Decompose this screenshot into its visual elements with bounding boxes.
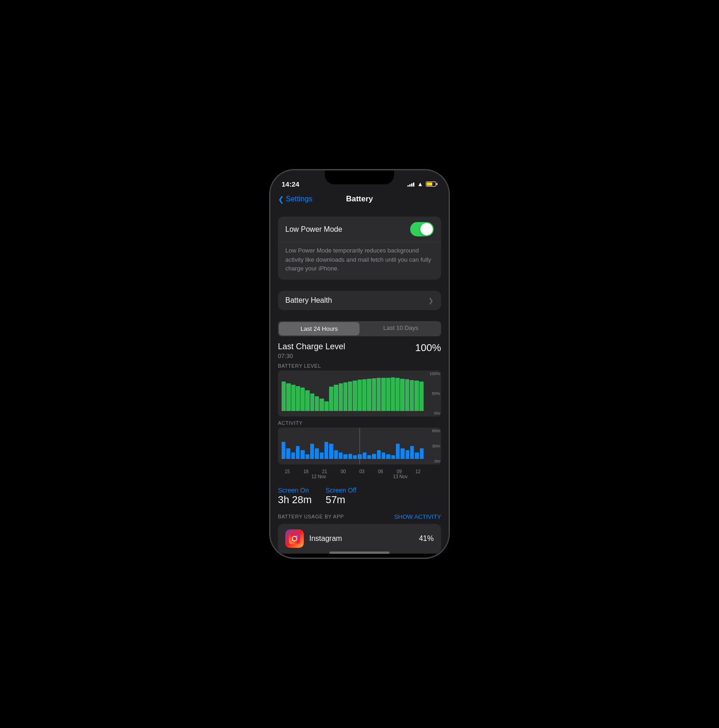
time-axis: 1518210003060912	[271, 468, 448, 474]
time-labels: 1518210003060912	[278, 469, 427, 474]
activity-bar	[282, 442, 285, 459]
battery-bar	[353, 381, 357, 411]
low-power-mode-row[interactable]: Low Power Mode	[278, 217, 441, 242]
activity-bar	[334, 450, 338, 458]
battery-bar	[410, 380, 414, 411]
battery-bar	[395, 378, 400, 411]
activity-bar	[301, 450, 304, 458]
signal-icon	[407, 181, 414, 187]
content-area: Low Power Mode Low Power Mode temporaril…	[271, 209, 448, 554]
activity-bar	[329, 444, 333, 458]
low-power-mode-card: Low Power Mode Low Power Mode temporaril…	[278, 217, 441, 280]
activity-section: ACTIVITY 60m 30m 0m	[271, 420, 448, 468]
usage-header: BATTERY USAGE BY APP SHOW ACTIVITY	[271, 511, 448, 524]
tab-last-10-days[interactable]: Last 10 Days	[360, 321, 441, 336]
time-axis-label: 03	[353, 469, 371, 474]
activity-bar	[339, 452, 342, 459]
date-nov13: 13 Nov	[360, 474, 441, 479]
instagram-name: Instagram	[309, 534, 413, 543]
chevron-right-icon: ❯	[428, 297, 434, 304]
time-axis-label: 09	[390, 469, 409, 474]
page-title: Battery	[346, 194, 373, 204]
activity-bar	[306, 454, 309, 458]
usage-title: BATTERY USAGE BY APP	[278, 514, 344, 519]
notch	[325, 170, 394, 184]
activity-bar	[406, 450, 409, 458]
activity-bar	[310, 444, 314, 458]
battery-bar	[419, 382, 424, 411]
battery-bars	[282, 374, 424, 411]
back-label[interactable]: Settings	[286, 195, 312, 203]
date-labels: 12 Nov 13 Nov	[271, 474, 448, 481]
activity-bar	[420, 448, 424, 459]
activity-bar	[315, 448, 318, 459]
status-time: 14:24	[282, 180, 299, 188]
battery-bar	[291, 385, 295, 411]
activity-bar	[391, 455, 395, 458]
activity-bar	[348, 454, 352, 459]
charge-row: Last Charge Level 07:30 100%	[278, 342, 441, 359]
activity-bar	[401, 448, 404, 459]
instagram-percent: 41%	[419, 534, 434, 543]
activity-bar	[367, 455, 371, 458]
activity-y-60: 60m	[427, 429, 441, 433]
activity-bar	[396, 444, 400, 458]
power-button[interactable]	[448, 249, 449, 281]
y-label-50: 50%	[427, 391, 441, 396]
battery-level-section: BATTERY LEVEL 100% 50% 0%	[271, 363, 448, 420]
battery-health-row[interactable]: Battery Health ❯	[278, 291, 441, 310]
activity-bar	[377, 450, 381, 458]
chart-divider	[360, 428, 360, 464]
battery-bar	[282, 382, 286, 411]
battery-bar	[296, 386, 300, 411]
screen-on-label: Screen On	[278, 487, 312, 494]
screen-stats: Screen On 3h 28m Screen Off 57m	[271, 481, 448, 511]
activity-bar	[353, 455, 357, 458]
activity-bar	[343, 454, 347, 458]
time-axis-label: 18	[297, 469, 316, 474]
tab-last-24-hours[interactable]: Last 24 Hours	[279, 322, 360, 335]
battery-health-card[interactable]: Battery Health ❯	[278, 291, 441, 310]
battery-bar	[372, 378, 376, 411]
activity-bar	[410, 446, 414, 459]
activity-bar	[324, 442, 328, 459]
activity-label: ACTIVITY	[278, 420, 441, 426]
battery-chart-wrapper: 100% 50% 0%	[278, 370, 441, 417]
low-power-mode-toggle[interactable]	[410, 222, 434, 236]
activity-bar	[286, 448, 290, 459]
time-axis-label: 15	[278, 469, 297, 474]
battery-bar	[414, 381, 418, 411]
low-power-mode-label: Low Power Mode	[285, 225, 342, 234]
battery-bar	[319, 399, 324, 411]
gap1	[271, 280, 448, 283]
battery-y-labels: 100% 50% 0%	[427, 370, 441, 417]
y-label-100: 100%	[427, 371, 441, 376]
charge-title: Last Charge Level	[278, 342, 345, 352]
show-activity-button[interactable]: SHOW ACTIVITY	[394, 513, 441, 520]
time-axis-label: 12	[409, 469, 428, 474]
time-selector[interactable]: Last 24 Hours Last 10 Days	[278, 321, 441, 336]
activity-bar	[363, 452, 366, 459]
battery-health-label: Battery Health	[285, 296, 332, 305]
charge-info: Last Charge Level 07:30	[278, 342, 345, 359]
battery-bar	[329, 387, 333, 411]
screen-off-stat: Screen Off 57m	[325, 487, 356, 506]
date-nov12: 12 Nov	[278, 474, 360, 479]
low-power-description: Low Power Mode temporarily reduces backg…	[278, 242, 441, 280]
time-axis-label: 06	[371, 469, 390, 474]
back-button[interactable]: ❮ Settings	[278, 195, 312, 204]
app-instagram[interactable]: Instagram 41%	[278, 524, 441, 553]
screen-on-value: 3h 28m	[278, 494, 312, 506]
battery-bar	[324, 401, 329, 411]
battery-bar	[400, 379, 404, 411]
chevron-left-icon: ❮	[278, 195, 284, 204]
nav-bar: ❮ Settings Battery	[271, 191, 448, 209]
home-indicator	[330, 552, 389, 554]
screen-off-label: Screen Off	[325, 487, 356, 494]
battery-bar	[358, 380, 362, 411]
activity-bar	[386, 454, 390, 458]
battery-bar	[286, 383, 290, 411]
time-axis-label: 21	[315, 469, 334, 474]
charge-percent: 100%	[415, 342, 441, 354]
battery-bar	[381, 378, 385, 411]
